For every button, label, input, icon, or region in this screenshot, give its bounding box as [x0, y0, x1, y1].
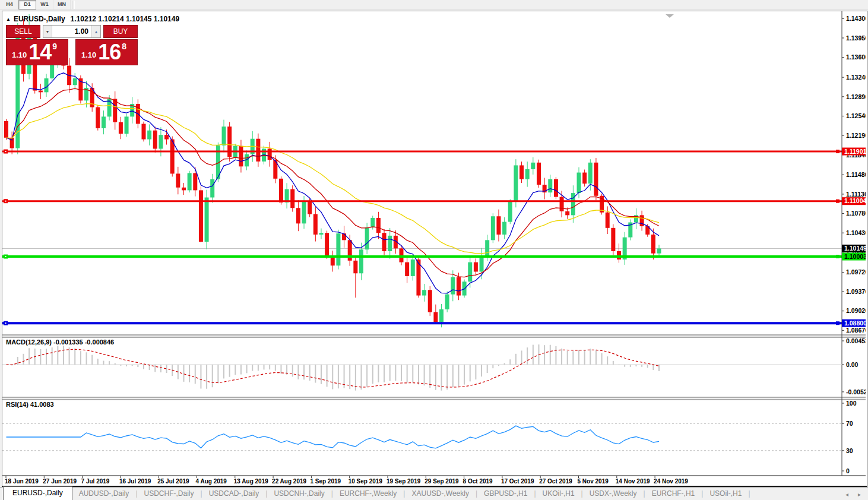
date-label: 8 Oct 2019 [463, 478, 493, 485]
macd-axis-label: -0.005205 [846, 388, 866, 395]
candle-body [342, 233, 346, 240]
sell-button[interactable]: SELL [6, 25, 40, 38]
candle-body [457, 277, 461, 296]
hline-price-label-text: 1.11901 [844, 148, 866, 155]
collapse-chart-icon[interactable]: ▲ [6, 17, 11, 22]
price-tick-label: 1.09720 [846, 268, 866, 276]
price-tick-label: 1.08670 [846, 327, 866, 334]
candle-body [400, 248, 404, 262]
candle-body [428, 290, 432, 312]
buy-price-prefix: 1.10 [81, 50, 96, 59]
tab-ukoil-h1[interactable]: UKOil-,H1 [536, 488, 581, 500]
tab-usdchf-daily[interactable]: USDCHF-,Daily [138, 488, 201, 500]
pane-splitter[interactable] [2, 398, 866, 399]
date-label: 1 Sep 2019 [310, 478, 341, 485]
candle-body [153, 131, 157, 149]
volume-input[interactable] [52, 26, 91, 37]
date-label: 24 Nov 2019 [654, 478, 688, 485]
candle-body [496, 216, 500, 235]
hline-right-handle[interactable] [836, 255, 840, 258]
toolbar-separator [72, 1, 75, 9]
tab-usdcad-daily[interactable]: USDCAD-,Daily [202, 488, 266, 500]
scroll-to-end-icon[interactable] [666, 14, 674, 18]
candle-body [537, 163, 541, 185]
rsi-axis-label: 0 [846, 467, 850, 474]
hline-right-handle[interactable] [836, 200, 840, 203]
tab-eurchf-h1[interactable]: EURCHF-,H1 [645, 488, 702, 500]
candle-body [565, 211, 569, 216]
timeframe-mn[interactable]: MN [53, 0, 71, 10]
buy-price-display[interactable]: 1.10 16 8 [75, 39, 138, 65]
candle-body [119, 122, 123, 134]
candle-body [611, 228, 615, 251]
candle-body [222, 126, 226, 145]
timeframe-d1[interactable]: D1 [18, 0, 36, 10]
candle-body [519, 165, 524, 179]
date-label: 5 Nov 2019 [578, 478, 609, 485]
rsi-line [7, 426, 660, 448]
timeframe-h4[interactable]: H4 [1, 0, 18, 10]
tab-eurchf-weekly[interactable]: EURCHF-,Weekly [333, 488, 403, 500]
candle-body [96, 107, 100, 128]
tab-gbpusd-h1[interactable]: GBPUSD-,H1 [477, 488, 534, 500]
sell-price-big: 14 [28, 43, 51, 62]
hline-right-handle[interactable] [836, 150, 840, 153]
candle-body [468, 262, 472, 282]
chart-canvas[interactable]: 1.143001.139501.136001.132401.128901.125… [2, 11, 866, 485]
candle-body [451, 277, 455, 295]
candle-body [125, 116, 129, 134]
candle-body [531, 163, 535, 169]
candle-body [422, 290, 426, 295]
buy-price-big: 16 [98, 43, 121, 62]
price-tick-label: 1.13600 [846, 53, 866, 61]
candle-body [588, 163, 593, 183]
volume-increase-button[interactable]: ▲ [91, 26, 100, 37]
candle-body [554, 179, 558, 197]
hline-price-label-text: 1.08800 [844, 319, 866, 327]
price-tick-label: 1.10430 [846, 229, 866, 236]
rsi-axis-label: 30 [846, 447, 853, 454]
candle-body [73, 78, 77, 85]
tab-scroll-left-icon[interactable]: ◂ [845, 491, 848, 498]
price-tick-label: 1.13240 [846, 74, 866, 81]
hline-handle-dot [5, 322, 7, 324]
candle-body [445, 295, 449, 309]
tab-usdx-weekly[interactable]: USDX-,Weekly [583, 488, 644, 500]
candle-body [302, 201, 306, 223]
rsi-indicator-label: RSI(14) 41.0083 [6, 401, 54, 408]
date-label: 25 Jul 2019 [157, 478, 189, 485]
candle-body [577, 173, 581, 194]
candle-body [325, 233, 329, 257]
candle-body [164, 135, 169, 139]
price-tick-label: 1.11480 [846, 171, 866, 178]
candle-body [141, 124, 145, 140]
one-click-trading-panel: SELL ▼ ▲ BUY 1.10 14 9 1.10 16 8 [6, 25, 138, 65]
pane-splitter[interactable] [2, 336, 866, 337]
tab-xauusd-weekly[interactable]: XAUUSD-,Weekly [405, 488, 475, 500]
candle-body [388, 236, 392, 251]
candle-body [182, 188, 186, 191]
candle-body [474, 262, 478, 272]
tab-eurusd-daily[interactable]: EURUSD-,Daily [3, 486, 72, 500]
tab-audusd-daily[interactable]: AUDUSD-,Daily [72, 488, 136, 500]
volume-decrease-button[interactable]: ▼ [43, 26, 52, 37]
hline-right-handle[interactable] [836, 321, 840, 325]
candle-body [405, 262, 409, 276]
date-label: 16 Jul 2019 [119, 478, 151, 485]
date-label: 10 Sep 2019 [349, 478, 383, 485]
tab-usdcnh-daily[interactable]: USDCNH-,Daily [267, 488, 331, 500]
timeframe-w1[interactable]: W1 [36, 0, 53, 10]
candle-body [319, 233, 323, 235]
candle-body [227, 126, 232, 157]
timeframe-toolbar: H4D1W1MN [0, 0, 868, 10]
candle-body [268, 148, 272, 160]
candle-body [4, 121, 8, 138]
volume-stepper: ▼ ▲ [43, 25, 101, 38]
tab-usoil-h1[interactable]: USOil-,H1 [703, 488, 748, 500]
price-tick-label: 1.12190 [846, 132, 866, 139]
candle-body [514, 165, 518, 201]
sell-price-display[interactable]: 1.10 14 9 [6, 39, 68, 65]
macd-histogram [7, 344, 660, 391]
tab-scroll-right-icon[interactable]: ▸ [858, 491, 861, 498]
buy-button[interactable]: BUY [103, 25, 138, 38]
